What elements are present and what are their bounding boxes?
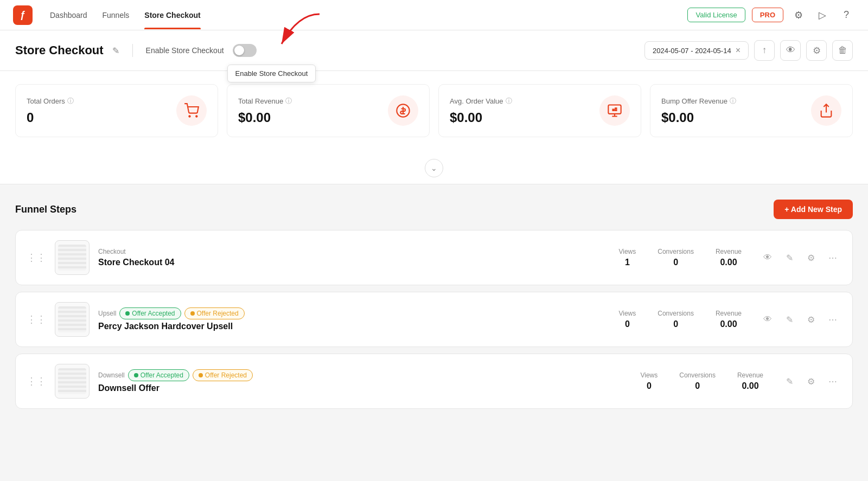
settings-sq-button[interactable]: ⚙ [806, 40, 827, 61]
stats-grid: Total Orders ⓘ 0 Total Revenue ⓘ $0.00 [15, 84, 853, 137]
stat-icon-cart [176, 95, 207, 126]
badge-offer-accepted-upsell[interactable]: Offer Accepted [119, 307, 181, 319]
stat-value-bump-offer: $0.00 [661, 110, 736, 125]
step-edit-downsell[interactable]: ✎ [781, 373, 798, 390]
badge-dot-orange-downsell [199, 373, 203, 377]
step-stats-checkout: Views 1 Conversions 0 Revenue 0.00 [618, 248, 742, 267]
page-header: Store Checkout ✎ Enable Store Checkout E… [0, 30, 868, 71]
date-clear-button[interactable]: × [736, 46, 741, 55]
step-settings-upsell[interactable]: ⚙ [802, 311, 820, 328]
step-views-checkout: Views 1 [618, 248, 636, 267]
step-stats-upsell: Views 0 Conversions 0 Revenue 0.00 [618, 310, 742, 329]
info-icon-revenue: ⓘ [285, 97, 292, 106]
stat-value-total-revenue: $0.00 [238, 110, 292, 125]
info-icon-total-orders: ⓘ [67, 97, 74, 106]
badge-offer-rejected-downsell[interactable]: Offer Rejected [193, 369, 253, 381]
step-thumbnail-checkout [55, 240, 90, 275]
drag-handle-checkout[interactable]: ⋮⋮ [27, 252, 46, 264]
funnel-section: Funnel Steps + Add New Step ⋮⋮ Checkout … [0, 184, 868, 431]
svg-point-1 [189, 116, 190, 117]
funnel-header: Funnel Steps + Add New Step [15, 200, 853, 219]
step-more-downsell[interactable]: ⋯ [824, 373, 841, 390]
collapse-button[interactable]: ⌄ [425, 159, 443, 177]
badge-offer-accepted-downsell[interactable]: Offer Accepted [128, 369, 189, 381]
badge-dot-green-upsell [125, 311, 130, 316]
info-icon-avg: ⓘ [506, 97, 512, 106]
stat-label-total-orders: Total Orders ⓘ [27, 97, 74, 106]
step-revenue-upsell: Revenue 0.00 [716, 310, 742, 329]
badge-offer-rejected-upsell[interactable]: Offer Rejected [184, 307, 245, 319]
step-edit-checkout[interactable]: ✎ [781, 249, 798, 266]
enable-store-checkout-label: Enable Store Checkout [146, 46, 224, 55]
step-actions-upsell: 👁 ✎ ⚙ ⋯ [759, 311, 841, 328]
stat-bump-offer: Bump Offer Revenue ⓘ $0.00 [650, 84, 853, 137]
step-actions-checkout: 👁 ✎ ⚙ ⋯ [759, 249, 841, 266]
stats-section: Total Orders ⓘ 0 Total Revenue ⓘ $0.00 [0, 71, 868, 152]
date-range-text: 2024-05-07 - 2024-05-14 [653, 47, 731, 55]
delete-icon-button[interactable]: 🗑 [832, 40, 853, 61]
help-icon-button[interactable]: ? [838, 7, 855, 24]
add-new-step-button[interactable]: + Add New Step [774, 200, 853, 219]
stat-info-total-orders: Total Orders ⓘ 0 [27, 97, 74, 125]
stat-avg-order: Avg. Order Value ⓘ $0.00 [438, 84, 641, 137]
play-icon-button[interactable]: ▷ [814, 7, 831, 24]
funnel-steps-title: Funnel Steps [15, 204, 76, 215]
edit-title-button[interactable]: ✎ [112, 46, 119, 56]
stat-info-total-revenue: Total Revenue ⓘ $0.00 [238, 97, 292, 125]
step-name-checkout: Store Checkout 04 [98, 258, 610, 267]
nav-store-checkout[interactable]: Store Checkout [144, 1, 200, 29]
step-info-upsell: Upsell Offer Accepted Offer Rejected Per… [98, 307, 610, 331]
svg-point-2 [196, 116, 197, 117]
step-type-upsell: Upsell Offer Accepted Offer Rejected [98, 307, 610, 319]
svg-rect-4 [608, 105, 621, 114]
step-edit-upsell[interactable]: ✎ [781, 311, 798, 328]
stat-label-total-revenue: Total Revenue ⓘ [238, 97, 292, 106]
step-actions-downsell: ✎ ⚙ ⋯ [781, 373, 841, 390]
step-more-upsell[interactable]: ⋯ [824, 311, 841, 328]
stat-info-avg-order: Avg. Order Value ⓘ $0.00 [450, 97, 512, 125]
step-views-upsell: Views 0 [618, 310, 636, 329]
step-thumbnail-upsell [55, 302, 90, 337]
stat-total-revenue: Total Revenue ⓘ $0.00 [227, 84, 430, 137]
step-settings-checkout[interactable]: ⚙ [802, 249, 820, 266]
nav-funnels[interactable]: Funnels [103, 1, 130, 29]
badge-dot-orange-upsell [190, 311, 195, 316]
step-name-upsell: Percy Jackson Hardcover Upsell [98, 322, 610, 331]
drag-handle-upsell[interactable]: ⋮⋮ [27, 313, 46, 325]
drag-handle-downsell[interactable]: ⋮⋮ [27, 375, 46, 387]
step-type-checkout: Checkout [98, 248, 610, 255]
step-settings-downsell[interactable]: ⚙ [802, 373, 820, 390]
stat-value-total-orders: 0 [27, 110, 74, 125]
step-conversions-downsell: Conversions 0 [679, 371, 716, 391]
stat-total-orders: Total Orders ⓘ 0 [15, 84, 218, 137]
top-nav: ƒ Dashboard Funnels Store Checkout Valid… [0, 0, 868, 30]
step-view-checkout[interactable]: 👁 [759, 249, 776, 266]
stat-icon-dollar [388, 95, 418, 126]
header-divider [132, 44, 133, 57]
step-more-checkout[interactable]: ⋯ [824, 249, 841, 266]
stat-icon-monitor [599, 95, 630, 126]
header-right: 2024-05-07 - 2024-05-14 × ↑ 👁 ⚙ 🗑 [644, 40, 853, 61]
enable-store-checkout-toggle[interactable] [233, 44, 257, 57]
settings-icon-button[interactable]: ⚙ [790, 7, 807, 24]
upload-icon-button[interactable]: ↑ [754, 40, 775, 61]
step-type-downsell: Downsell Offer Accepted Offer Rejected [98, 369, 631, 381]
info-icon-bump: ⓘ [730, 97, 736, 106]
badge-dot-green-downsell [134, 373, 138, 377]
date-range-picker[interactable]: 2024-05-07 - 2024-05-14 × [644, 41, 749, 60]
pro-button[interactable]: PRO [752, 8, 783, 22]
step-conversions-checkout: Conversions 0 [658, 248, 694, 267]
step-revenue-checkout: Revenue 0.00 [716, 248, 742, 267]
stat-info-bump-offer: Bump Offer Revenue ⓘ $0.00 [661, 97, 736, 125]
nav-dashboard[interactable]: Dashboard [50, 1, 87, 29]
valid-license-button[interactable]: Valid License [687, 8, 745, 22]
step-revenue-downsell: Revenue 0.00 [737, 371, 763, 391]
step-view-upsell[interactable]: 👁 [759, 311, 776, 328]
step-info-checkout: Checkout Store Checkout 04 [98, 248, 610, 267]
step-name-downsell: Downsell Offer [98, 383, 631, 393]
brand-logo[interactable]: ƒ [13, 5, 33, 25]
view-icon-button[interactable]: 👁 [780, 40, 801, 61]
step-stats-downsell: Views 0 Conversions 0 Revenue 0.00 [640, 371, 763, 391]
step-conversions-upsell: Conversions 0 [658, 310, 694, 329]
step-card-upsell: ⋮⋮ Upsell Offer Accepted Offer Rejected … [15, 292, 853, 347]
